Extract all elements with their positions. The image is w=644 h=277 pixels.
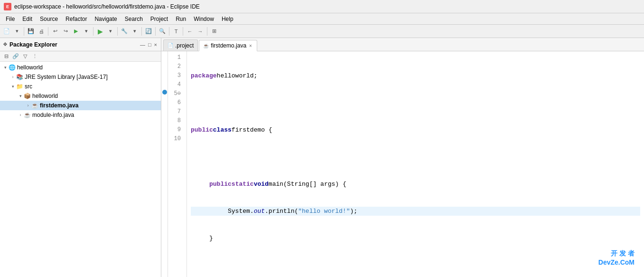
pe-tree: ▾ 🌐 helloworld › 📚 JRE System Library [J… — [0, 62, 161, 277]
menu-file[interactable]: File — [2, 15, 19, 23]
toolbar-open-type-btn[interactable]: T — [171, 27, 181, 36]
toolbar-refresh-btn[interactable]: 🔄 — [144, 27, 153, 36]
toolbar-search-btn[interactable]: 🔍 — [158, 27, 167, 36]
toolbar-prev-btn[interactable]: ← — [185, 27, 195, 36]
toolbar-next-btn[interactable]: → — [196, 27, 205, 36]
code-gutter — [161, 51, 168, 277]
linenum-3: 3 — [170, 71, 183, 80]
gutter-5 — [161, 87, 168, 96]
tree-item-helloworld-pkg[interactable]: ▾ 📦 helloworld — [0, 91, 161, 101]
gutter-10 — [161, 133, 168, 142]
tree-item-helloworld[interactable]: ▾ 🌐 helloworld — [0, 63, 161, 72]
jre-icon: 📚 — [16, 74, 23, 80]
package-name: helloworld; — [217, 71, 258, 80]
firstdemo-tab-close[interactable]: × — [248, 43, 253, 49]
toolbar-sep-6 — [155, 27, 156, 36]
toolbar-sep-3 — [93, 27, 93, 36]
toolbar-debug-drop-btn[interactable]: ▾ — [82, 27, 91, 36]
toolbar-run-btn[interactable]: ▶ — [95, 27, 105, 36]
breakpoint-dot-5 — [162, 90, 167, 95]
linenum-2: 2 — [170, 62, 183, 71]
toolbar-run-drop-btn[interactable]: ▾ — [106, 27, 115, 36]
kw-class: class — [213, 125, 232, 134]
editor-area: 📄 .project ☕ firstdemo.java × — [161, 38, 644, 277]
code-line-4 — [191, 153, 640, 162]
kw-package: package — [191, 71, 217, 80]
menu-edit[interactable]: Edit — [19, 15, 36, 23]
string-literal: "hello world!" — [298, 208, 350, 215]
menu-window[interactable]: Window — [190, 15, 218, 23]
tree-item-jre[interactable]: › 📚 JRE System Library [JavaSE-17] — [0, 72, 161, 82]
toolbar-new-btn[interactable]: 📄 — [2, 27, 11, 36]
pe-close-btn[interactable]: × — [153, 41, 158, 48]
code-line-1: package helloworld; — [191, 71, 640, 80]
toggle-firstdemo[interactable]: › — [25, 103, 31, 108]
method-name: main(String[] args) { — [269, 180, 346, 189]
tab-project[interactable]: 📄 .project — [163, 39, 198, 51]
toolbar-print-btn[interactable]: 🖨 — [37, 27, 46, 36]
pe-collapse-btn[interactable]: ⊟ — [2, 52, 10, 61]
toggle-moduleinfo[interactable]: › — [17, 113, 24, 117]
toolbar-save-btn[interactable]: 💾 — [26, 27, 36, 36]
menu-project[interactable]: Project — [147, 15, 172, 23]
linenum-4: 4 — [170, 80, 183, 89]
toggle-helloworld[interactable]: ▾ — [2, 65, 9, 70]
toolbar-sep-8 — [183, 27, 183, 36]
toolbar-sep-2 — [48, 27, 48, 36]
line-numbers: 1 2 3 4 5⊖ 6 7 8 9 10 — [168, 51, 187, 277]
app-icon: E — [4, 3, 11, 10]
window-title: eclipse-workspace - helloworld/src/hello… — [14, 3, 200, 10]
gutter-8 — [161, 115, 168, 124]
menu-help[interactable]: Help — [218, 15, 237, 23]
toggle-jre[interactable]: › — [9, 75, 16, 79]
pe-minimize-btn[interactable]: — — [139, 41, 146, 48]
pe-maximize-btn[interactable]: □ — [147, 41, 152, 48]
toolbar-sep-9 — [207, 27, 207, 36]
toolbar-undo-btn[interactable]: ↩ — [50, 27, 60, 36]
code-line-6: System.out.println("hello world!"); — [191, 207, 640, 216]
package-explorer-header: ❖ Package Explorer — □ × — [0, 38, 161, 51]
code-line-5: public static void main(String[] args) { — [191, 180, 640, 189]
package-explorer-panel: ❖ Package Explorer — □ × ⊟ 🔗 ▽ ⋮ ▾ 🌐 hel… — [0, 38, 161, 277]
menu-run[interactable]: Run — [172, 15, 190, 23]
firstdemo-label: firstdemo.java — [40, 102, 78, 109]
code-content[interactable]: package helloworld; public class firstde… — [187, 51, 644, 277]
title-bar: E eclipse-workspace - helloworld/src/hel… — [0, 0, 644, 13]
kw-public-class: public — [191, 125, 213, 134]
tab-firstdemo[interactable]: ☕ firstdemo.java × — [199, 40, 257, 51]
toggle-src[interactable]: ▾ — [9, 84, 16, 89]
gutter-4 — [161, 78, 168, 87]
jre-label: JRE System Library [JavaSE-17] — [25, 74, 108, 80]
toggle-helloworld-pkg[interactable]: ▾ — [17, 94, 24, 98]
system-out: System.out.println("hello world!"); — [228, 207, 357, 216]
toolbar-down-btn[interactable]: ▾ — [12, 27, 22, 36]
linenum-6: 6 — [170, 98, 183, 107]
linenum-5: 5⊖ — [170, 89, 183, 98]
toolbar-sep-5 — [141, 27, 142, 36]
menu-navigate[interactable]: Navigate — [91, 15, 121, 23]
toolbar-build-drop-btn[interactable]: ▾ — [130, 27, 140, 36]
toolbar-sep-4 — [117, 27, 118, 36]
menu-refactor[interactable]: Refactor — [62, 15, 91, 23]
toolbar-perspective-btn[interactable]: ⊞ — [209, 27, 219, 36]
project-tab-icon: 📄 — [168, 43, 173, 48]
linenum-10: 10 — [170, 134, 183, 143]
pe-menu-btn[interactable]: ⋮ — [30, 52, 39, 61]
tree-item-src[interactable]: ▾ 📁 src — [0, 82, 161, 91]
project-tab-label: .project — [175, 42, 194, 49]
gutter-6 — [161, 96, 168, 105]
tree-item-moduleinfo[interactable]: › ☕ module-info.java — [0, 110, 161, 120]
pe-link-btn[interactable]: 🔗 — [11, 52, 20, 61]
menu-search[interactable]: Search — [121, 15, 147, 23]
firstdemo-tab-icon: ☕ — [203, 43, 209, 48]
tree-item-firstdemo[interactable]: › ☕ firstdemo.java — [0, 101, 161, 110]
java-file-icon-module: ☕ — [24, 112, 31, 118]
gutter-2 — [161, 60, 168, 69]
toolbar-build-btn[interactable]: 🔧 — [120, 27, 129, 36]
toolbar-debug-btn[interactable]: ▶ — [71, 27, 81, 36]
code-editor[interactable]: 1 2 3 4 5⊖ 6 7 8 9 10 package helloworld… — [161, 51, 644, 277]
pe-filter-btn[interactable]: ▽ — [21, 52, 29, 61]
toolbar-redo-btn[interactable]: ↪ — [61, 27, 70, 36]
src-label: src — [25, 83, 32, 90]
menu-source[interactable]: Source — [36, 15, 62, 23]
